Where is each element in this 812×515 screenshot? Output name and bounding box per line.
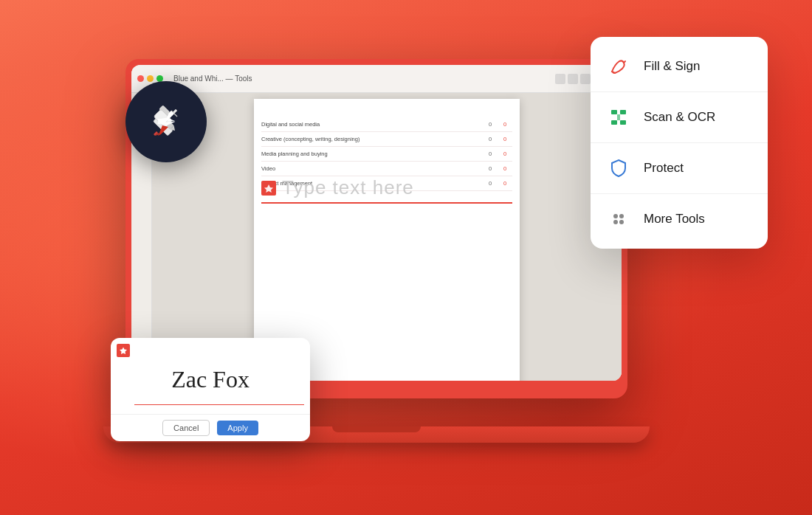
menu-item-fill-sign[interactable]: Fill & Sign bbox=[591, 43, 768, 90]
table-row: Creative (concepting, writing, designing… bbox=[261, 132, 512, 147]
svg-point-11 bbox=[619, 214, 624, 218]
table-row: Digital and social media00 bbox=[261, 117, 512, 132]
type-here-placeholder: Type text here bbox=[282, 176, 414, 199]
menu-divider bbox=[591, 193, 768, 194]
sig-acrobat-corner-icon bbox=[117, 344, 130, 357]
menu-item-label-more-tools: More Tools bbox=[644, 212, 705, 227]
signature-area: Zac Fox bbox=[111, 338, 310, 415]
svg-rect-8 bbox=[620, 120, 626, 125]
svg-rect-7 bbox=[611, 120, 617, 125]
signature-buttons: Cancel Apply bbox=[111, 415, 310, 441]
menu-item-label-fill-sign: Fill & Sign bbox=[644, 59, 701, 74]
type-here-area[interactable]: Type text here bbox=[261, 176, 512, 204]
traffic-yellow bbox=[147, 75, 154, 82]
scan-ocr-icon bbox=[605, 104, 632, 131]
table-row: Video00 bbox=[261, 162, 512, 176]
svg-rect-9 bbox=[617, 114, 620, 120]
pen-unicode-icon: ✒ bbox=[156, 107, 176, 136]
fill-sign-icon bbox=[605, 53, 632, 80]
protect-icon bbox=[605, 155, 632, 182]
signature-dialog[interactable]: Zac Fox Cancel Apply bbox=[111, 338, 310, 441]
pen-circle: ✒ bbox=[125, 81, 207, 162]
svg-rect-5 bbox=[611, 110, 617, 114]
svg-point-12 bbox=[613, 220, 618, 224]
menu-card: Fill & Sign Scan & OCR Protect More Tool… bbox=[591, 37, 768, 249]
menu-item-scan-ocr[interactable]: Scan & OCR bbox=[591, 94, 768, 141]
toolbar-icon-3 bbox=[580, 74, 591, 84]
svg-point-10 bbox=[613, 214, 618, 218]
toolbar-icon-2 bbox=[568, 74, 578, 84]
svg-rect-6 bbox=[620, 110, 626, 114]
pdf-toolbar: Blue and Whi... — Tools bbox=[131, 65, 622, 93]
menu-item-more-tools[interactable]: More Tools bbox=[591, 196, 768, 243]
svg-point-13 bbox=[619, 220, 624, 224]
menu-item-label-protect: Protect bbox=[644, 161, 684, 176]
menu-divider bbox=[591, 91, 768, 92]
table-row: Media planning and buying00 bbox=[261, 147, 512, 162]
acrobat-small-icon bbox=[261, 181, 276, 196]
apply-button[interactable]: Apply bbox=[217, 421, 258, 435]
menu-item-label-scan-ocr: Scan & OCR bbox=[644, 110, 715, 125]
cancel-button[interactable]: Cancel bbox=[162, 420, 210, 436]
menu-item-protect[interactable]: Protect bbox=[591, 145, 768, 192]
toolbar-icon-1 bbox=[555, 74, 565, 84]
more-tools-icon bbox=[605, 206, 632, 232]
toolbar-title: Blue and Whi... — Tools bbox=[173, 75, 252, 83]
signature-display-text: Zac Fox bbox=[171, 366, 250, 393]
traffic-red bbox=[137, 75, 144, 82]
acrobat-logo-small bbox=[120, 347, 127, 354]
signature-line bbox=[134, 404, 304, 406]
menu-divider bbox=[591, 142, 768, 143]
